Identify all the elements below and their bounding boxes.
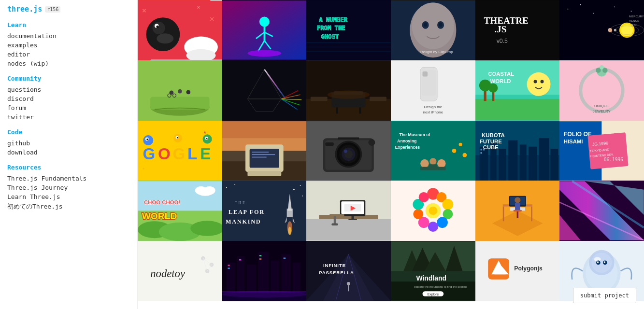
svg-point-234 [437, 217, 448, 228]
svg-point-148 [369, 139, 375, 145]
svg-text:Explore: Explore [428, 293, 439, 296]
project-tile[interactable]: The Museum of Annoying Experiences [391, 121, 475, 181]
project-tile[interactable] [306, 121, 391, 181]
project-tile[interactable] [138, 60, 222, 121]
submit-project-button[interactable]: submit project [573, 288, 636, 303]
svg-point-316 [604, 261, 605, 263]
svg-text:UNIQUE: UNIQUE [594, 104, 609, 108]
svg-text:G: G [172, 144, 185, 162]
svg-point-315 [597, 261, 599, 263]
nav-twitter[interactable]: twitter [7, 112, 130, 122]
svg-text:G: G [143, 144, 155, 162]
project-tile[interactable]: G O G L E ★ ✦ [138, 121, 222, 181]
nav-download[interactable]: download [7, 148, 130, 157]
svg-text:Experiences: Experiences [395, 145, 420, 150]
svg-rect-223 [352, 216, 354, 219]
app-name[interactable]: three.js [7, 5, 42, 14]
svg-text:HISAMI: HISAMI [564, 138, 583, 144]
svg-point-81 [328, 90, 370, 98]
project-tile[interactable] [222, 241, 307, 301]
svg-text:LEAP FOR: LEAP FOR [229, 209, 265, 216]
svg-point-19 [247, 50, 281, 56]
svg-point-122 [177, 137, 178, 139]
project-grid-container: × × × [138, 0, 644, 309]
svg-rect-138 [252, 156, 267, 157]
nav-forum[interactable]: forum [7, 103, 130, 112]
project-tile[interactable]: Windland explore the mountains to find t… [391, 241, 475, 301]
svg-rect-170 [519, 144, 526, 180]
project-tile[interactable] [306, 60, 391, 121]
svg-rect-215 [306, 219, 391, 240]
svg-point-62 [178, 89, 182, 94]
project-tile[interactable] [222, 60, 307, 121]
nav-learn[interactable]: Learn Three.js [7, 192, 130, 201]
svg-point-125 [206, 138, 208, 139]
svg-rect-281 [222, 291, 307, 292]
project-tile[interactable]: Design the next iPhone [391, 60, 475, 121]
svg-rect-227 [332, 224, 338, 225]
project-tile[interactable]: MERCURY VENUS SUN [559, 0, 644, 60]
svg-rect-169 [508, 140, 517, 180]
nav-japanese[interactable]: 初めてのThree.js [7, 201, 130, 212]
project-tile[interactable] [222, 0, 307, 60]
svg-rect-150 [338, 137, 359, 139]
svg-point-3 [157, 33, 173, 43]
svg-point-108 [600, 65, 604, 70]
svg-point-46 [593, 13, 594, 14]
project-tile[interactable]: THE LEAP FOR MANKIND [222, 181, 307, 241]
project-tile[interactable]: A NUMBER FROM THE GHOST A NUMBER FROM TH… [306, 0, 391, 60]
nav-discord[interactable]: discord [7, 94, 130, 103]
svg-rect-225 [329, 214, 344, 216]
project-tile[interactable] [222, 121, 307, 181]
nav-questions[interactable]: questions [7, 85, 130, 94]
svg-text:nodetoy: nodetoy [150, 268, 186, 280]
project-tile[interactable]: UNIQUE JEWELRY [559, 60, 644, 121]
nav-documentation[interactable]: documentation [7, 31, 130, 41]
nav-editor[interactable]: editor [7, 50, 130, 59]
svg-point-235 [428, 222, 438, 232]
svg-text:COASTAL: COASTAL [488, 71, 514, 77]
nav-github[interactable]: github [7, 139, 130, 148]
nav-examples[interactable]: examples [7, 41, 130, 50]
svg-point-232 [443, 199, 454, 210]
svg-rect-224 [349, 219, 357, 220]
project-tile[interactable] [306, 181, 391, 241]
project-tile[interactable]: COASTAL WORLD [475, 60, 560, 121]
svg-text:WORLD: WORLD [142, 211, 177, 221]
project-tile[interactable]: KUBOTA FUTURE CUBE [475, 121, 560, 181]
section-code: Code [7, 128, 130, 136]
svg-rect-159 [429, 164, 437, 170]
nav-nodes[interactable]: nodes (wip) [7, 59, 130, 68]
svg-rect-80 [359, 107, 361, 113]
svg-point-162 [459, 142, 462, 146]
svg-rect-137 [252, 154, 275, 155]
project-tile[interactable] [391, 181, 475, 241]
svg-rect-273 [228, 265, 229, 266]
project-tile[interactable]: nodetoy [138, 241, 222, 301]
svg-text:explore the mountains to find : explore the mountains to find the secret… [414, 285, 467, 288]
project-tile[interactable]: CHOO CHOO! WORLD [138, 181, 222, 241]
svg-text:✦: ✦ [142, 165, 145, 170]
svg-point-99 [488, 83, 498, 92]
project-tile[interactable]: × × × [138, 0, 222, 60]
project-tile[interactable] [475, 181, 560, 241]
project-tile[interactable]: THEATRE .JS v0.5 [475, 0, 560, 60]
project-tile[interactable] [559, 181, 644, 241]
nav-journey[interactable]: Three.js Journey [7, 183, 130, 192]
svg-text:MERCURY: MERCURY [629, 14, 644, 18]
project-tile[interactable]: Polygonjs [475, 241, 560, 301]
svg-text:SUN: SUN [630, 23, 637, 27]
project-tile[interactable]: INFINITE PASSERELLA [306, 241, 391, 301]
svg-point-203 [226, 187, 227, 188]
svg-text:Polygonjs: Polygonjs [514, 265, 543, 272]
svg-point-47 [614, 6, 615, 7]
svg-text:E: E [200, 144, 211, 162]
project-tile[interactable]: FOLIO OF HISAMI JG.1996 TOKYO AND FRONTE… [559, 121, 644, 181]
svg-text:Annoying: Annoying [397, 138, 416, 143]
project-tile[interactable]: Relight by ClipDrop [391, 0, 475, 60]
svg-point-157 [437, 159, 445, 167]
svg-text:FROM THE: FROM THE [317, 25, 345, 31]
svg-rect-252 [513, 210, 521, 211]
nav-fundamentals[interactable]: Three.js Fundamentals [7, 174, 130, 183]
svg-point-2 [153, 22, 165, 34]
